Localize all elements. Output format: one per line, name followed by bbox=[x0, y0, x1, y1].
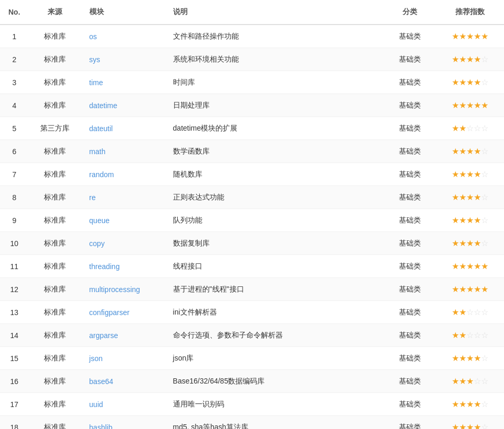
cell-category: 基础类 bbox=[384, 209, 436, 232]
cell-stars: ★★★☆☆ bbox=[436, 370, 504, 393]
cell-desc: 命令行选项、参数和子命令解析器 bbox=[165, 324, 384, 347]
cell-no: 16 bbox=[0, 370, 29, 393]
cell-module: multiprocessing bbox=[81, 278, 165, 301]
cell-no: 5 bbox=[0, 117, 29, 140]
cell-module: os bbox=[81, 25, 165, 48]
cell-no: 13 bbox=[0, 301, 29, 324]
cell-category: 基础类 bbox=[384, 163, 436, 186]
cell-no: 3 bbox=[0, 71, 29, 94]
cell-module: sys bbox=[81, 48, 165, 71]
cell-source: 标准库 bbox=[29, 301, 81, 324]
cell-source: 标准库 bbox=[29, 25, 81, 48]
cell-stars: ★★★★☆ bbox=[436, 416, 504, 430]
cell-category: 基础类 bbox=[384, 301, 436, 324]
cell-module: threading bbox=[81, 255, 165, 278]
cell-source: 标准库 bbox=[29, 48, 81, 71]
table-row: 14标准库argparse命令行选项、参数和子命令解析器基础类★★☆☆☆ bbox=[0, 324, 504, 347]
table-row: 16标准库base64Base16/32/64/85数据编码库基础类★★★☆☆ bbox=[0, 370, 504, 393]
col-no: No. bbox=[0, 0, 29, 25]
cell-module: copy bbox=[81, 232, 165, 255]
cell-category: 基础类 bbox=[384, 186, 436, 209]
cell-desc: 系统和环境相关功能 bbox=[165, 48, 384, 71]
cell-category: 基础类 bbox=[384, 140, 436, 163]
cell-no: 18 bbox=[0, 416, 29, 430]
table-row: 5第三方库dateutildatetime模块的扩展基础类★★☆☆☆ bbox=[0, 117, 504, 140]
cell-module: hashlib bbox=[81, 416, 165, 430]
table-header-row: No. 来源 模块 说明 分类 推荐指数 bbox=[0, 0, 504, 25]
cell-module: dateutil bbox=[81, 117, 165, 140]
cell-stars: ★★★★★ bbox=[436, 255, 504, 278]
cell-desc: 数学函数库 bbox=[165, 140, 384, 163]
col-source: 来源 bbox=[29, 0, 81, 25]
cell-desc: datetime模块的扩展 bbox=[165, 117, 384, 140]
cell-category: 基础类 bbox=[384, 255, 436, 278]
cell-source: 标准库 bbox=[29, 94, 81, 117]
cell-no: 2 bbox=[0, 48, 29, 71]
cell-desc: 正则表达式功能 bbox=[165, 186, 384, 209]
table-row: 18标准库hashlibmd5, sha等hash算法库基础类★★★★☆ bbox=[0, 416, 504, 430]
table-row: 15标准库jsonjson库基础类★★★★☆ bbox=[0, 347, 504, 370]
cell-stars: ★★★★☆ bbox=[436, 71, 504, 94]
table-row: 10标准库copy数据复制库基础类★★★★☆ bbox=[0, 232, 504, 255]
cell-stars: ★★★★☆ bbox=[436, 209, 504, 232]
cell-stars: ★★★★☆ bbox=[436, 393, 504, 416]
cell-desc: 时间库 bbox=[165, 71, 384, 94]
cell-module: math bbox=[81, 140, 165, 163]
table-row: 3标准库time时间库基础类★★★★☆ bbox=[0, 71, 504, 94]
cell-stars: ★★★★☆ bbox=[436, 48, 504, 71]
cell-no: 17 bbox=[0, 393, 29, 416]
cell-stars: ★★★★★ bbox=[436, 25, 504, 48]
cell-category: 基础类 bbox=[384, 370, 436, 393]
cell-module: re bbox=[81, 186, 165, 209]
table-row: 7标准库random随机数库基础类★★★★☆ bbox=[0, 163, 504, 186]
cell-source: 标准库 bbox=[29, 163, 81, 186]
table-row: 2标准库sys系统和环境相关功能基础类★★★★☆ bbox=[0, 48, 504, 71]
cell-stars: ★★☆☆☆ bbox=[436, 117, 504, 140]
cell-desc: json库 bbox=[165, 347, 384, 370]
cell-category: 基础类 bbox=[384, 347, 436, 370]
cell-source: 标准库 bbox=[29, 347, 81, 370]
cell-no: 15 bbox=[0, 347, 29, 370]
cell-no: 9 bbox=[0, 209, 29, 232]
cell-category: 基础类 bbox=[384, 324, 436, 347]
table-row: 9标准库queue队列功能基础类★★★★☆ bbox=[0, 209, 504, 232]
cell-no: 10 bbox=[0, 232, 29, 255]
cell-source: 标准库 bbox=[29, 186, 81, 209]
col-category: 分类 bbox=[384, 0, 436, 25]
cell-no: 4 bbox=[0, 94, 29, 117]
table-row: 17标准库uuid通用唯一识别码基础类★★★★☆ bbox=[0, 393, 504, 416]
main-table: No. 来源 模块 说明 分类 推荐指数 1标准库os文件和路径操作功能基础类★… bbox=[0, 0, 504, 429]
cell-module: time bbox=[81, 71, 165, 94]
table-row: 8标准库re正则表达式功能基础类★★★★☆ bbox=[0, 186, 504, 209]
col-stars: 推荐指数 bbox=[436, 0, 504, 25]
cell-module: queue bbox=[81, 209, 165, 232]
cell-stars: ★★★★★ bbox=[436, 278, 504, 301]
cell-category: 基础类 bbox=[384, 25, 436, 48]
cell-category: 基础类 bbox=[384, 232, 436, 255]
cell-no: 8 bbox=[0, 186, 29, 209]
cell-source: 第三方库 bbox=[29, 117, 81, 140]
table-row: 4标准库datetime日期处理库基础类★★★★★ bbox=[0, 94, 504, 117]
cell-desc: 通用唯一识别码 bbox=[165, 393, 384, 416]
cell-desc: Base16/32/64/85数据编码库 bbox=[165, 370, 384, 393]
cell-category: 基础类 bbox=[384, 278, 436, 301]
cell-category: 基础类 bbox=[384, 48, 436, 71]
cell-source: 标准库 bbox=[29, 209, 81, 232]
table-row: 12标准库multiprocessing基于进程的"线程"接口基础类★★★★★ bbox=[0, 278, 504, 301]
cell-desc: 数据复制库 bbox=[165, 232, 384, 255]
cell-category: 基础类 bbox=[384, 94, 436, 117]
cell-stars: ★★★★☆ bbox=[436, 232, 504, 255]
cell-module: uuid bbox=[81, 393, 165, 416]
cell-stars: ★★☆☆☆ bbox=[436, 324, 504, 347]
cell-source: 标准库 bbox=[29, 140, 81, 163]
cell-module: random bbox=[81, 163, 165, 186]
cell-no: 1 bbox=[0, 25, 29, 48]
cell-stars: ★★★★★ bbox=[436, 94, 504, 117]
table-row: 1标准库os文件和路径操作功能基础类★★★★★ bbox=[0, 25, 504, 48]
cell-desc: 队列功能 bbox=[165, 209, 384, 232]
cell-no: 11 bbox=[0, 255, 29, 278]
cell-stars: ★★★★☆ bbox=[436, 163, 504, 186]
cell-no: 12 bbox=[0, 278, 29, 301]
cell-category: 基础类 bbox=[384, 117, 436, 140]
col-desc: 说明 bbox=[165, 0, 384, 25]
